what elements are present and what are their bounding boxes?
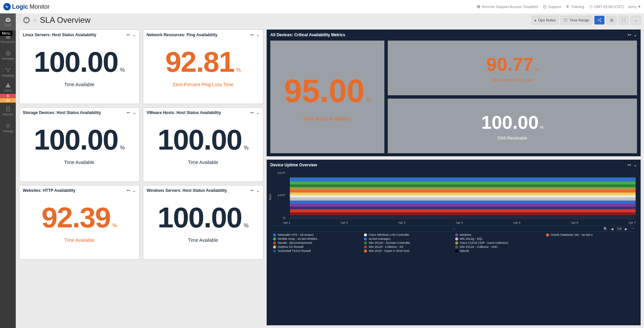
legend-swatch-icon <box>455 245 458 249</box>
chart-legend: Netscaler VPX - sd-nsvpx1Cisco Wireless … <box>272 232 510 253</box>
critical-sub-tile-dns: 100.00% DNS Resolvable <box>388 99 510 153</box>
nav-reports[interactable]: Reports <box>0 103 16 119</box>
widget-title: Network Resources: Ping Availability <box>147 33 217 37</box>
svg-rect-34 <box>290 204 510 207</box>
legend-item[interactable]: se-la3-manage1 <box>364 237 452 240</box>
widget-menu-icon[interactable]: ⌄ <box>256 33 260 37</box>
metric-unit: % <box>244 145 249 151</box>
legend-item[interactable]: Nimble Array - se-la3-nimble1 <box>273 237 361 240</box>
legend-label: windows <box>460 233 472 236</box>
legend-swatch-icon <box>364 233 367 236</box>
widget-websites-http: Websites: HTTP Availability ⤢⌄ 92.39% Ti… <box>19 185 140 260</box>
legend-swatch-icon <box>273 241 276 244</box>
menu-tag[interactable]: Menu <box>0 31 12 36</box>
legend-label: Win 2012g - SQL <box>460 237 483 240</box>
nav-settings[interactable]: Settings <box>0 119 16 136</box>
widget-title: VMware Hosts: Host Status Availability <box>147 110 221 115</box>
expand-icon[interactable]: ⤢ <box>249 188 255 194</box>
svg-rect-27 <box>290 184 510 187</box>
widget-menu-icon[interactable]: ⌄ <box>256 110 260 115</box>
metric-value: 100.00 <box>34 45 118 78</box>
svg-rect-33 <box>290 201 510 204</box>
report-icon <box>5 106 11 112</box>
mapping-icon <box>5 67 11 73</box>
legend-label: Netscaler VPX - sd-nsvpx1 <box>278 233 314 236</box>
stacked-area-chart[interactable]: 20T 10T 0 <box>272 170 510 220</box>
metric-value: 100.00 <box>481 111 510 133</box>
svg-rect-37 <box>290 212 510 215</box>
legend-item[interactable]: Win 2012g - SQL <box>455 237 510 240</box>
legend-item[interactable]: Splunk <box>455 249 510 253</box>
alert-icon <box>5 82 11 88</box>
legend-label: Cisco CUCM CDR - cucm-collector1 <box>460 241 508 244</box>
metric-unit: % <box>236 67 241 73</box>
y-axis-label: days <box>268 194 272 200</box>
legend-item[interactable]: Win 2012e - Collector - UNC <box>455 245 510 249</box>
legend-label: SonicWall TZ210 firewall <box>278 249 311 253</box>
chevron-up-icon[interactable]: ︿ <box>452 226 455 231</box>
legend-item[interactable]: windows <box>455 233 510 236</box>
legend-swatch-icon <box>455 241 458 244</box>
dashboard-icon[interactable] <box>23 17 30 23</box>
legend-swatch-icon <box>455 237 458 240</box>
metric-value: 90.77 <box>486 53 510 75</box>
legend-item[interactable]: Win 2019 - Hyper-V 2019 host <box>364 249 452 253</box>
alert-count-warning[interactable]: 25 <box>0 98 16 103</box>
nav-websites[interactable]: Websites <box>0 47 16 64</box>
expand-icon[interactable]: ⤢ <box>249 110 255 116</box>
legend-label: Sophos XG firewall <box>278 245 304 249</box>
nav-mapping[interactable]: Mapping <box>0 64 16 80</box>
widget-storage-host-status: Storage Devices: Host Status Availabilit… <box>19 107 140 182</box>
remote-support-status[interactable]: i Remote Support Access: Disabled <box>477 5 510 9</box>
legend-item[interactable]: Win 2012f - Collector - IIS <box>364 245 452 249</box>
metric-value: 92.81 <box>165 45 234 78</box>
metric-label: Time Available <box>23 82 136 87</box>
legend-item[interactable]: Cisco Wireless LAN Controller <box>364 233 452 236</box>
metric-unit: % <box>366 97 371 103</box>
widget-menu-icon[interactable]: ⌄ <box>132 188 136 193</box>
expand-icon[interactable]: ⤢ <box>125 110 131 116</box>
legend-swatch-icon <box>364 237 367 240</box>
legend-label: Nimble Array - se-la3-nimble1 <box>278 237 318 240</box>
widget-menu-icon[interactable]: ⌄ <box>132 110 136 115</box>
nav-alerts[interactable]: Alerts <box>0 80 16 94</box>
chart-controls: ︿ 🔍 ◀ 1/4 ▶ ﹀ <box>272 226 510 232</box>
x-axis-ticks: Apr 1 Apr 2 Apr 3 Apr 4 Apr 5 Apr 6 Apr … <box>272 220 510 226</box>
svg-rect-25 <box>290 177 510 181</box>
svg-rect-35 <box>290 207 510 209</box>
legend-swatch-icon <box>364 245 367 249</box>
legend-item[interactable]: Netscaler VPX - sd-nsvpx1 <box>273 233 361 236</box>
legend-item[interactable]: Cisco CUCM CDR - cucm-collector1 <box>455 241 510 244</box>
critical-main-tile: 95.00% Host Status Availability <box>270 41 384 153</box>
svg-text:20T: 20T <box>277 171 286 175</box>
topbar-right: i Remote Support Access: Disabled Suppor… <box>477 5 510 9</box>
widget-title: Websites: HTTP Availability <box>23 188 75 193</box>
nav-dash[interactable]: Dash <box>0 13 16 30</box>
logo[interactable]: LogicMonitor <box>3 3 50 10</box>
widget-title: All Devices: Critical Availability Metri… <box>270 33 345 37</box>
widget-vmware-host-status: VMware Hosts: Host Status Availability ⤢… <box>143 107 263 182</box>
expand-icon[interactable]: ⤢ <box>249 32 255 38</box>
info-icon: i <box>477 5 481 9</box>
legend-swatch-icon <box>455 250 458 253</box>
alert-count-critical[interactable]: 8 <box>0 94 16 98</box>
legend-item[interactable]: Meraki - decommissioned <box>273 241 361 244</box>
chart-area: days 20T 10T 0 <box>270 168 510 253</box>
gauge-icon <box>5 17 11 23</box>
legend-item[interactable]: SonicWall TZ210 firewall <box>273 249 361 253</box>
legend-item[interactable]: Sophos XG firewall <box>273 245 361 249</box>
metric-value: 100.00 <box>34 123 118 156</box>
svg-rect-31 <box>290 195 510 198</box>
alert-counts[interactable]: 8 25 <box>0 94 16 103</box>
metric-label: DNS Resolvable <box>497 136 510 141</box>
legend-label: Cisco Wireless LAN Controller <box>369 233 409 236</box>
legend-item[interactable]: Win 2012d - Domain Controller <box>364 241 452 244</box>
expand-icon[interactable]: ⤢ <box>125 32 131 38</box>
widget-menu-icon[interactable]: ⌄ <box>256 188 260 193</box>
expand-icon[interactable]: ⤢ <box>125 188 131 194</box>
svg-rect-29 <box>290 190 510 193</box>
legend-swatch-icon <box>273 245 276 249</box>
favorite-star-icon[interactable]: ☆ <box>33 17 37 23</box>
widget-menu-icon[interactable]: ⌄ <box>132 33 136 37</box>
legend-label: Win 2012d - Domain Controller <box>369 241 410 244</box>
